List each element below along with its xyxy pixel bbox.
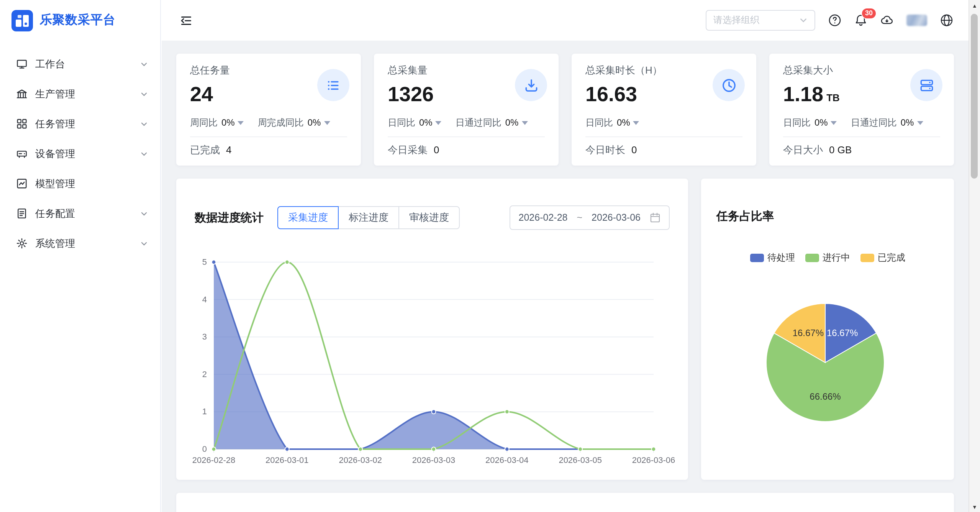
org-select[interactable]: 请选择组织 (706, 10, 815, 31)
tab-review-progress[interactable]: 审核进度 (398, 206, 460, 229)
svg-text:2026-03-01: 2026-03-01 (265, 455, 309, 465)
progress-tabs: 采集进度 标注进度 审核进度 (277, 206, 460, 229)
date-separator: ~ (577, 212, 582, 223)
sidebar-item-workbench[interactable]: 工作台 (0, 49, 160, 79)
legend-item-in-progress[interactable]: 进行中 (805, 251, 850, 264)
svg-text:0: 0 (202, 444, 207, 454)
svg-text:2026-03-06: 2026-03-06 (632, 455, 675, 465)
svg-text:2026-03-04: 2026-03-04 (485, 455, 529, 465)
stat-metrics: 日同比0% (585, 117, 742, 130)
chevron-down-icon (140, 60, 148, 68)
sidebar-item-task-config[interactable]: 任务配置 (0, 199, 160, 228)
download-icon (515, 69, 547, 101)
sidebar-item-label: 设备管理 (35, 147, 75, 161)
avatar[interactable] (906, 15, 927, 26)
caret-down-icon[interactable] (521, 121, 528, 125)
scrollbar-down-arrow[interactable]: ▼ (969, 501, 980, 512)
stat-card-total-collections: 总采集量 1326 日同比0% 日通过同比0% 今日采集0 (374, 54, 559, 166)
grid-icon (16, 118, 28, 130)
sidebar-item-label: 系统管理 (35, 236, 75, 250)
chevron-down-icon (140, 240, 148, 247)
app-logo-icon (11, 10, 33, 31)
svg-text:2026-02-28: 2026-02-28 (192, 455, 236, 465)
chevron-down-icon (140, 120, 148, 128)
divider (190, 136, 347, 137)
date-end: 2026-03-06 (592, 212, 641, 223)
sidebar: 乐聚数采平台 工作台 生产管理 (0, 0, 161, 512)
sidebar-item-label: 生产管理 (35, 87, 75, 101)
legend-label: 已完成 (878, 251, 905, 264)
collapse-sidebar-button[interactable] (179, 13, 193, 27)
org-select-placeholder: 请选择组织 (713, 14, 759, 27)
stat-card-total-tasks: 总任务量 24 周同比0% 周完成同比0% 已完成4 (176, 54, 361, 166)
svg-text:4: 4 (202, 295, 207, 304)
sidebar-item-label: 工作台 (35, 57, 65, 71)
sidebar-item-devices[interactable]: 设备管理 (0, 139, 160, 169)
header: 请选择组织 30 (162, 0, 969, 41)
legend-item-completed[interactable]: 已完成 (860, 251, 905, 264)
chevron-down-icon (140, 210, 148, 217)
cloud-download-icon[interactable] (880, 14, 893, 27)
device-icon (16, 148, 28, 159)
scrollbar-up-arrow[interactable]: ▲ (969, 0, 980, 11)
progress-line-chart: 0123452026-02-282026-03-012026-03-022026… (176, 251, 688, 475)
caret-down-icon[interactable] (633, 121, 639, 125)
chevron-down-icon (140, 150, 148, 158)
divider (585, 136, 742, 137)
date-range-picker[interactable]: 2026-02-28 ~ 2026-03-06 (510, 205, 670, 230)
sidebar-item-production[interactable]: 生产管理 (0, 79, 160, 109)
bank-icon (16, 88, 28, 100)
stat-card-total-size: 总采集大小 1.18TB 日同比0% 日通过同比0% 今日大小0 GB (769, 54, 954, 166)
divider (388, 136, 545, 137)
scrollbar-thumb[interactable] (971, 14, 978, 179)
globe-icon[interactable] (940, 14, 953, 27)
model-chart-icon (16, 178, 28, 189)
svg-text:66.66%: 66.66% (810, 391, 841, 402)
task-ratio-title: 任务占比率 (716, 209, 939, 224)
menu-fold-icon (179, 13, 193, 27)
legend-item-pending[interactable]: 待处理 (750, 251, 795, 264)
svg-text:2026-03-03: 2026-03-03 (412, 455, 456, 465)
stat-cards-row: 总任务量 24 周同比0% 周完成同比0% 已完成4 总采集量 1326 (176, 54, 954, 166)
storage-icon (910, 69, 942, 101)
sidebar-item-label: 模型管理 (35, 177, 75, 190)
document-icon (16, 208, 28, 219)
svg-text:16.67%: 16.67% (793, 328, 824, 338)
caret-down-icon[interactable] (238, 121, 244, 125)
svg-text:3: 3 (202, 332, 207, 341)
caret-down-icon[interactable] (917, 121, 923, 125)
caret-down-icon[interactable] (436, 121, 442, 125)
sidebar-item-label: 任务管理 (35, 117, 75, 131)
legend-label: 待处理 (767, 251, 795, 264)
tab-annotation-progress[interactable]: 标注进度 (338, 206, 399, 229)
stat-metrics: 周同比0% 周完成同比0% (190, 117, 347, 130)
caret-down-icon[interactable] (324, 121, 330, 125)
sidebar-item-tasks[interactable]: 任务管理 (0, 109, 160, 139)
gear-icon (16, 238, 28, 249)
stat-footer: 今日时长0 (585, 143, 637, 157)
sidebar-item-system[interactable]: 系统管理 (0, 228, 160, 258)
date-start: 2026-02-28 (519, 212, 568, 223)
caret-down-icon[interactable] (831, 121, 837, 125)
svg-text:16.67%: 16.67% (827, 328, 858, 338)
chevron-down-icon (140, 90, 148, 98)
stat-footer: 已完成4 (190, 143, 231, 157)
help-icon[interactable] (828, 14, 841, 27)
page-scrollbar[interactable]: ▲ ▼ (969, 0, 980, 512)
divider (783, 136, 940, 137)
svg-text:2026-03-02: 2026-03-02 (339, 455, 382, 465)
charts-row: 数据进度统计 采集进度 标注进度 审核进度 2026-02-28 ~ 2026-… (176, 179, 954, 480)
monitor-icon (16, 58, 28, 70)
svg-text:2: 2 (202, 369, 207, 379)
sidebar-item-models[interactable]: 模型管理 (0, 169, 160, 199)
notifications-button[interactable]: 30 (854, 14, 867, 27)
tab-collection-progress[interactable]: 采集进度 (277, 206, 339, 229)
stat-metrics: 日同比0% 日通过同比0% (783, 117, 940, 130)
sidebar-menu: 工作台 生产管理 任务管理 (0, 41, 160, 258)
sidebar-item-label: 任务配置 (35, 207, 75, 220)
chevron-down-icon (799, 16, 808, 25)
logo[interactable]: 乐聚数采平台 (0, 0, 160, 41)
pie-legend: 待处理 进行中 已完成 (716, 251, 939, 264)
stat-footer: 今日大小0 GB (783, 143, 852, 157)
svg-text:5: 5 (202, 257, 207, 267)
